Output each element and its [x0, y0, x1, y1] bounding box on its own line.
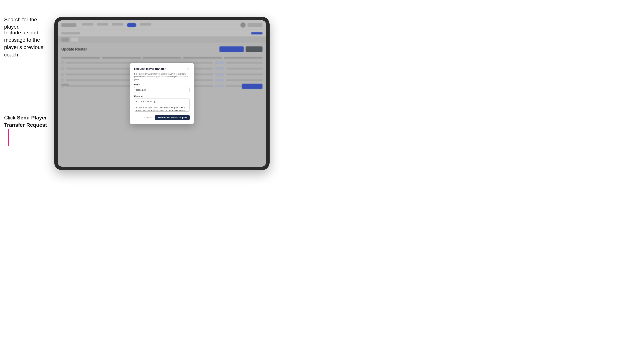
annotation-search: Search for the player. [4, 16, 49, 30]
message-textarea[interactable]: Hi Coach McHarg, Please accept this tran… [134, 99, 190, 112]
player-input[interactable] [134, 87, 190, 93]
tablet-screen: Update Roster [58, 20, 266, 167]
tablet-device: Update Roster [54, 17, 270, 170]
modal-footer: Cancel Send Player Transfer Request [134, 115, 190, 120]
modal-title: Request player transfer [134, 67, 166, 70]
arrow-line-2-v [8, 129, 8, 146]
arrow-line-1 [8, 65, 8, 100]
send-transfer-request-button[interactable]: Send Player Transfer Request [155, 115, 190, 120]
player-field-label: Player [134, 84, 190, 86]
modal-description: If the player is transferring from anoth… [134, 73, 190, 81]
annotation-message: Include a short message to the player's … [4, 29, 49, 58]
cancel-button[interactable]: Cancel [143, 115, 153, 120]
modal-dialog: Request player transfer ✕ If the player … [130, 63, 194, 124]
message-field-label: Message [134, 95, 190, 97]
modal-header: Request player transfer ✕ [134, 67, 190, 71]
modal-close-button[interactable]: ✕ [186, 67, 190, 71]
modal-overlay: Request player transfer ✕ If the player … [58, 20, 266, 167]
annotation-click: Click Send Player Transfer Request [4, 114, 49, 129]
